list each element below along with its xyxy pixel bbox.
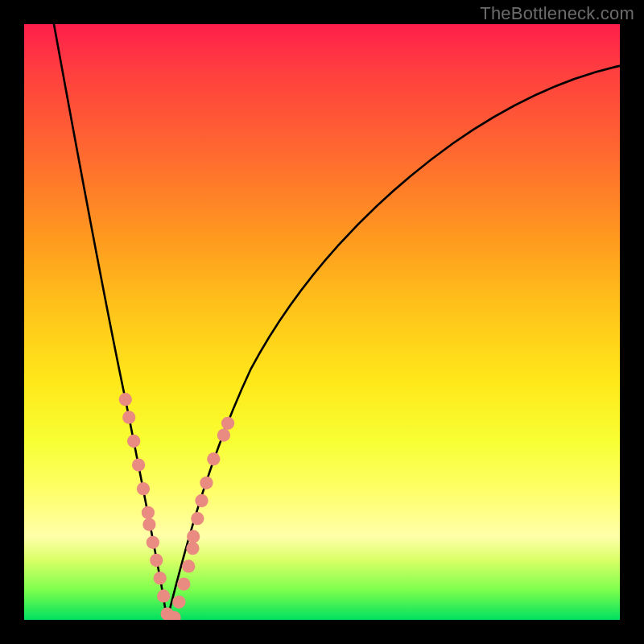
- svg-point-22: [207, 452, 220, 465]
- svg-point-14: [172, 596, 185, 609]
- svg-point-1: [122, 411, 135, 423]
- svg-point-24: [221, 417, 234, 430]
- svg-point-9: [154, 572, 167, 584]
- svg-point-0: [119, 393, 132, 406]
- svg-point-10: [157, 589, 170, 602]
- svg-point-17: [186, 542, 199, 555]
- svg-point-2: [127, 435, 140, 448]
- right-branch-curve: [167, 66, 620, 620]
- right-cluster-dots: [172, 417, 234, 609]
- svg-point-3: [132, 458, 145, 471]
- svg-point-5: [142, 506, 155, 519]
- svg-point-21: [200, 477, 213, 489]
- left-cluster-dots: [119, 393, 181, 620]
- svg-point-7: [147, 536, 159, 549]
- svg-point-4: [137, 482, 150, 495]
- svg-point-8: [150, 554, 163, 567]
- svg-point-20: [195, 494, 208, 507]
- watermark-text: TheBottleneck.com: [480, 3, 634, 24]
- svg-point-6: [142, 518, 155, 530]
- svg-point-15: [177, 577, 190, 590]
- svg-point-19: [191, 512, 204, 525]
- svg-point-23: [217, 428, 230, 441]
- svg-point-16: [182, 559, 195, 572]
- svg-point-18: [187, 530, 200, 543]
- curve-layer: [24, 24, 620, 620]
- plot-area: [24, 24, 620, 620]
- chart-frame: TheBottleneck.com: [0, 0, 644, 644]
